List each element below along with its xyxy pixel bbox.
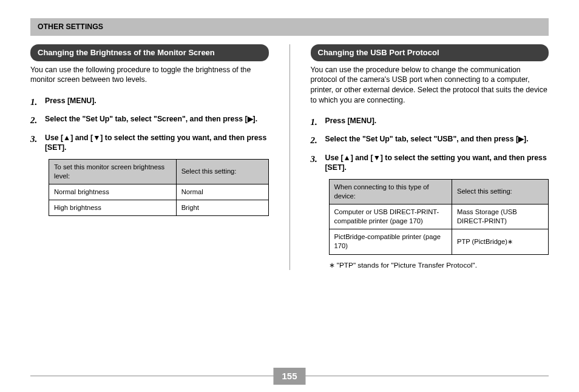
table-head-cell: When connecting to this type of device: [329,179,452,204]
table-row: PictBridge-compatible printer (page 170)… [329,229,549,254]
step-text: Select the "Set Up" tab, select "Screen"… [45,114,257,126]
page-footer: 155 [30,376,549,376]
step-text: Press [MENU]. [325,116,377,128]
column-divider [290,44,290,271]
step-number: 3. [30,133,45,153]
right-steps: 1. Press [MENU]. 2. Select the "Set Up" … [311,116,549,173]
usb-table: When connecting to this type of device: … [329,179,549,255]
down-triangle-icon: ▼ [93,134,100,141]
step-2: 2. Select the "Set Up" tab, select "USB"… [311,134,549,146]
left-title: Changing the Brightness of the Monitor S… [30,44,269,61]
table-cell: Normal brightness [49,184,177,200]
table-row: High brightness Bright [49,200,269,216]
step-3: 3. Use [▲] and [▼] to select the setting… [311,153,549,173]
step-1: 1. Press [MENU]. [311,116,549,128]
table-cell: Bright [176,200,268,216]
right-triangle-icon: ▶ [248,115,253,123]
step-number: 2. [311,134,325,146]
page-number: 155 [273,368,305,385]
table-head-cell: Select this setting: [176,159,268,184]
step-text: Select the "Set Up" tab, select "USB", a… [325,134,529,146]
right-intro: You can use the procedure below to chang… [311,65,549,105]
step-1: 1. Press [MENU]. [30,96,269,108]
step-text: Press [MENU]. [45,96,96,108]
step-number: 3. [311,153,325,173]
step-number: 2. [30,114,45,126]
down-triangle-icon: ▼ [373,154,381,161]
up-triangle-icon: ▲ [344,154,351,161]
step-text: Use [▲] and [▼] to select the setting yo… [325,153,549,173]
right-column: Changing the USB Port Protocol You can u… [311,44,549,271]
brightness-table: To set this monitor screen brightness le… [49,159,269,216]
left-column: Changing the Brightness of the Monitor S… [30,44,269,271]
step-number: 1. [311,116,325,128]
table-row: Normal brightness Normal [49,184,269,200]
up-triangle-icon: ▲ [63,134,70,141]
right-title: Changing the USB Port Protocol [311,44,549,61]
left-steps: 1. Press [MENU]. 2. Select the "Set Up" … [30,96,269,153]
table-cell: Normal [176,184,268,200]
table-head-cell: To set this monitor screen brightness le… [49,159,177,184]
table-cell: PictBridge-compatible printer (page 170) [329,229,452,254]
right-triangle-icon: ▶ [518,135,524,143]
table-cell: Computer or USB DIRECT-PRINT-compatible … [329,204,452,229]
table-cell: PTP (PictBridge)∗ [452,229,548,254]
table-cell: High brightness [49,200,177,216]
step-2: 2. Select the "Set Up" tab, select "Scre… [30,114,269,126]
step-text: Use [▲] and [▼] to select the setting yo… [45,133,269,153]
section-header: OTHER SETTINGS [30,18,549,36]
step-3: 3. Use [▲] and [▼] to select the setting… [30,133,269,153]
table-cell: Mass Storage (USB DIRECT-PRINT) [452,204,548,229]
table-row: Computer or USB DIRECT-PRINT-compatible … [329,204,549,229]
two-column-layout: Changing the Brightness of the Monitor S… [30,44,549,271]
step-number: 1. [30,96,45,108]
table-head-cell: Select this setting: [452,179,548,204]
footnote: ∗ "PTP" stands for "Picture Transfer Pro… [329,261,549,271]
left-intro: You can use the following procedure to t… [30,65,269,85]
